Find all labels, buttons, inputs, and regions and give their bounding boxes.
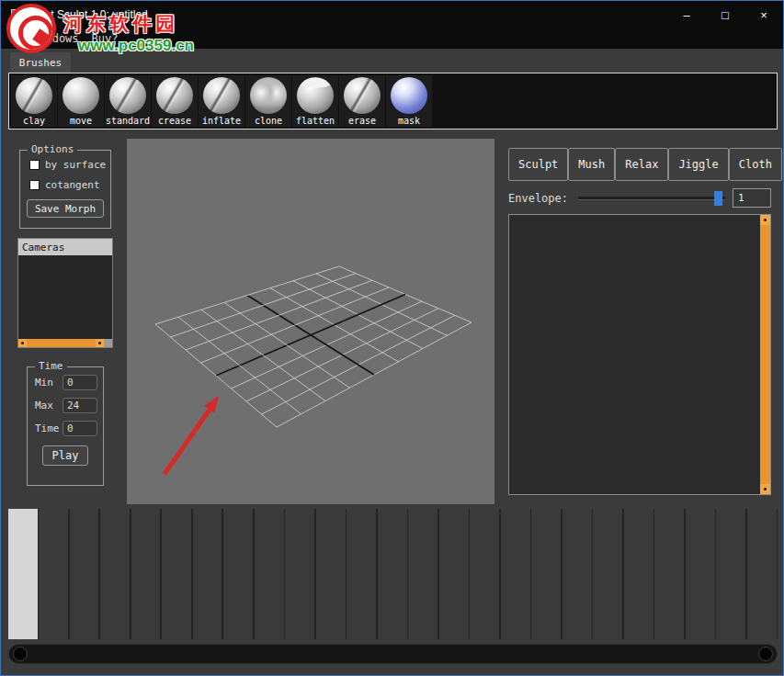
brush-flatten[interactable]: flatten	[292, 75, 338, 127]
brush-move[interactable]: move	[58, 75, 104, 127]
standard-brush-icon	[109, 77, 146, 114]
viewport-3d[interactable]	[127, 139, 494, 504]
play-button[interactable]: Play	[42, 445, 88, 466]
brush-inflate[interactable]: inflate	[199, 75, 244, 127]
brush-standard[interactable]: standard	[105, 75, 151, 127]
max-field[interactable]: 24	[62, 398, 97, 413]
scroll-left-icon[interactable]	[18, 339, 27, 347]
inflate-brush-icon	[203, 77, 240, 114]
brush-mask[interactable]: mask	[386, 75, 432, 127]
minimize-icon[interactable]: –	[667, 1, 706, 28]
mush-button[interactable]: Mush	[568, 148, 615, 181]
maximize-icon[interactable]: □	[706, 1, 744, 28]
timeline-scrollbar[interactable]	[8, 644, 778, 664]
list-vertical-scrollbar[interactable]	[760, 215, 770, 494]
checkbox-row-by-surface: by surface	[29, 159, 110, 171]
by-surface-label: by surface	[45, 159, 106, 171]
scrollbar-left-knob[interactable]	[13, 647, 28, 661]
scrollbar-corner	[104, 339, 112, 347]
brush-erase[interactable]: erase	[339, 75, 385, 127]
options-group-title: Options	[28, 143, 77, 155]
checkbox-row-cotangent: cotangent	[29, 179, 110, 191]
cameras-horizontal-scrollbar[interactable]	[18, 339, 112, 347]
clone-brush-icon	[250, 77, 287, 114]
envelope-value-field[interactable]: 1	[733, 188, 771, 208]
relax-button[interactable]: Relax	[615, 148, 668, 181]
brush-clone[interactable]: clone	[245, 75, 291, 127]
cameras-panel: Cameras	[17, 238, 113, 348]
cloth-button[interactable]: Cloth	[729, 148, 782, 181]
time-row-max: Max 24	[35, 398, 97, 413]
envelope-label: Envelope:	[508, 192, 568, 205]
cotangent-checkbox[interactable]	[29, 180, 40, 190]
time-group-title: Time	[35, 360, 67, 372]
scroll-down-icon[interactable]	[760, 484, 770, 494]
time-group: Time Min 0 Max 24 Time 0 Play	[27, 366, 104, 486]
scroll-up-icon[interactable]	[760, 215, 770, 225]
move-brush-icon	[62, 77, 99, 114]
annotation-arrow-icon	[165, 396, 219, 474]
window-title: Shot Sculpt 1.0: untitled	[31, 8, 148, 21]
min-field[interactable]: 0	[62, 375, 97, 390]
slider-track[interactable]	[578, 197, 725, 200]
selected-frame-cell[interactable]	[8, 509, 38, 639]
app-icon	[11, 9, 24, 21]
by-surface-checkbox[interactable]	[29, 160, 40, 170]
cameras-list-header[interactable]: Cameras	[18, 239, 112, 255]
cotangent-label: cotangent	[45, 179, 100, 191]
brush-clay[interactable]: clay	[11, 75, 57, 127]
clay-brush-icon	[16, 77, 52, 114]
sculpt-button[interactable]: Sculpt	[508, 148, 568, 181]
erase-brush-icon	[344, 77, 381, 114]
time-row-min: Min 0	[35, 375, 97, 390]
min-label: Min	[35, 377, 53, 389]
scroll-right-icon[interactable]	[96, 339, 104, 347]
morph-list-panel	[508, 214, 771, 495]
brushes-toolbar: clay move standard crease inflate clone …	[8, 73, 778, 130]
menu-bar: Windows Buy?	[1, 28, 783, 49]
sculpt-tools-row: Sculpt Mush Relax Jiggle Cloth	[508, 148, 771, 181]
scrollbar-right-knob[interactable]	[758, 647, 773, 661]
brush-crease[interactable]: crease	[152, 75, 198, 127]
time-field[interactable]: 0	[62, 421, 97, 436]
envelope-slider[interactable]	[578, 190, 725, 207]
options-group: Options by surface cotangent Save Morph	[19, 150, 111, 229]
mask-brush-icon	[391, 77, 427, 114]
cameras-list-body[interactable]	[18, 255, 112, 339]
crease-brush-icon	[156, 77, 193, 114]
time-label: Time	[35, 422, 60, 434]
title-bar: Shot Sculpt 1.0: untitled – □ ×	[1, 1, 783, 28]
max-label: Max	[35, 400, 53, 411]
flatten-brush-icon	[297, 77, 334, 114]
menu-item-buy[interactable]: Buy?	[92, 32, 119, 45]
time-row-time: Time 0	[35, 421, 97, 436]
save-morph-button[interactable]: Save Morph	[27, 199, 104, 218]
app-window: Shot Sculpt 1.0: untitled – □ × Windows …	[0, 0, 784, 676]
tab-brushes[interactable]: Brushes	[10, 52, 71, 73]
window-controls: – □ ×	[667, 1, 783, 28]
close-icon[interactable]: ×	[744, 1, 783, 28]
timeline-frames[interactable]	[8, 509, 778, 639]
jiggle-button[interactable]: Jiggle	[668, 148, 728, 181]
grid-plane	[127, 139, 494, 504]
menu-item-windows[interactable]: Windows	[32, 32, 79, 45]
slider-handle[interactable]	[714, 191, 722, 206]
